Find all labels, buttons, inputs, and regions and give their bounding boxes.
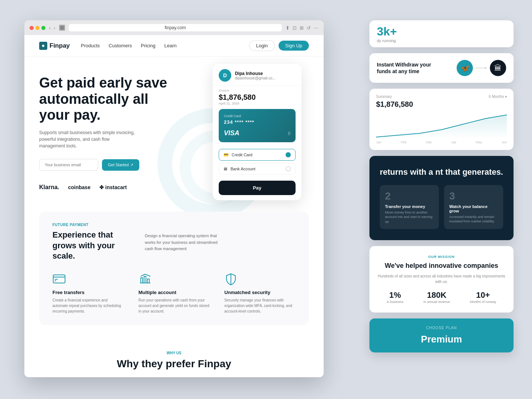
hero-left: Get paid early save automatically all yo… [39,75,180,197]
stats-badge: 3k+ dy running [369,20,514,47]
feature-1-name: Free transfers [52,290,124,295]
invoice-label: Invoice [219,89,296,92]
step-3-title: Watch your balance grow [449,204,498,213]
browser-toolbar: ‹ › finpay.com ⬆ ⊡ ⊞ ↺ ⋯ [24,20,324,35]
returns-title: returns with a nt that generates. [380,167,503,178]
chart-label-feb: Feb [401,140,407,144]
premium-card[interactable]: CHOOSE PLAN Premium [369,318,514,352]
cc-bottom: VISA )) [224,129,290,137]
brand-klarna: Klarna. [39,184,59,191]
transfer-icon [52,273,66,286]
pay-button[interactable]: Pay [219,181,296,195]
payment-card-ui: D Dipa Inhouse dipainhouse@gmail.co... I… [213,64,301,200]
brand-coinbase: coinbase [68,184,91,190]
features-right: Design a financial operating system that… [145,230,226,262]
instant-withdraw-card: Instant Withdraw your funds at any time … [369,53,514,83]
premium-label: Premium [377,334,506,345]
browser-page-icon [59,25,65,31]
features-desc: Design a financial operating system that… [145,230,226,252]
svg-rect-7 [144,276,146,283]
mission-stat-1: 180K In annual revenue [423,290,450,304]
chart-label-mar: Mar [426,140,432,144]
stats-label: dy running [377,38,506,43]
login-button[interactable]: Login [249,40,275,51]
bank-icon: 🏛 [224,167,228,171]
browser-dot-yellow[interactable] [35,26,40,30]
step-2-title: Transfer your money [385,204,434,209]
chart-label-jan: Jan [376,140,382,144]
logo-icon [39,42,47,50]
chart-label-may: May [476,140,482,144]
step-3-desc: Accessed instantly and remain insulated … [449,215,498,224]
browser-dot-green[interactable] [41,26,45,30]
signup-button[interactable]: Sign Up [279,41,309,51]
summary-period[interactable]: 6 Months ▾ [489,95,507,99]
mission-stat-2: 10+ Months of runway [470,290,496,304]
new-tab-icon[interactable]: ⊞ [300,25,304,31]
hero-section: Get paid early save automatically all yo… [24,57,324,212]
right-panel: 3k+ dy running Instant Withdraw your fun… [369,20,514,352]
nav-links: Products Customers Pricing Learn [81,43,249,48]
payment-option-bank[interactable]: 🏛 Bank Account [219,163,296,175]
features-label: FUTURE PAYMENT [52,223,296,227]
brand-instacart: ✤ instacart [99,184,127,190]
stat-label-2: Months of runway [470,300,496,304]
mission-stats: 1% in business 180K In annual revenue 10… [377,290,506,304]
website-content: Finpay Products Customers Pricing Learn … [24,35,324,377]
features-grid: Free transfers Create a financial experi… [52,273,296,314]
invoice-date: April 21, 2024 [219,102,296,105]
features-section: FUTURE PAYMENT Experience that grows wit… [39,212,309,325]
summary-label: Summary [376,95,392,99]
feature-multiple-account: Multiple account Run your operations wit… [139,273,210,314]
instant-title: Instant Withdraw your funds at any time [377,61,436,75]
nav-link-pricing[interactable]: Pricing [141,43,156,48]
radio-bank[interactable] [286,166,291,171]
feature-free-transfers: Free transfers Create a financial experi… [52,273,124,314]
browser-dot-red[interactable] [30,26,34,30]
feature-2-name: Multiple account [139,290,210,295]
browser-forward[interactable]: › [54,25,55,31]
step-3-card: 3 Watch your balance grow Accessed insta… [444,185,503,229]
payment-method: 💳 Credit Card 🏛 Bank Account [213,147,301,179]
credit-card-visual: Credit Card 234 **** **** VISA )) [219,109,296,142]
mission-label: OUR MISSION [377,255,506,259]
mission-title: We've helped innovative companies [377,262,506,270]
step-2-card: 2 Transfer your money Move money from to… [380,185,439,229]
nav-logo[interactable]: Finpay [39,42,70,50]
cc-label: Credit Card [224,114,290,118]
browser-window: ‹ › finpay.com ⬆ ⊡ ⊞ ↺ ⋯ Finpay [24,20,324,377]
summary-header: Summary 6 Months ▾ [376,95,507,99]
why-label: WHY US [39,351,309,355]
instant-card-text: Instant Withdraw your funds at any time [377,61,436,75]
stats-number: 3k+ [377,25,506,38]
shield-feature-icon [224,273,238,286]
logo-text: Finpay [50,42,70,50]
browser-back[interactable]: ‹ [49,25,51,31]
chart-label-apr: Apr [451,140,456,144]
address-bar[interactable]: finpay.com [69,24,282,31]
summary-chart-card: Summary 6 Months ▾ $1,876,580 Jan Feb Ma… [369,89,514,150]
step-2-desc: Move money from to another account into … [385,210,434,224]
bookmark-icon[interactable]: ⊡ [293,25,297,31]
nav-link-customers[interactable]: Customers [109,43,132,48]
share-icon[interactable]: ⬆ [286,25,290,31]
feature-3-name: Unmatched security [224,290,296,295]
svg-rect-0 [60,26,64,30]
get-started-button[interactable]: Get Started ↗ [102,159,139,171]
transfer-icons: 🦋 🏛 [457,60,506,76]
more-icon[interactable]: ⋯ [314,25,318,31]
nav-link-products[interactable]: Products [81,43,100,48]
radio-credit[interactable] [286,152,291,157]
card-header: D Dipa Inhouse dipainhouse@gmail.co... [213,64,301,86]
refresh-icon[interactable]: ↺ [307,25,311,31]
transfer-line [476,68,487,68]
why-section: WHY US Why they prefer Finpay [24,332,324,377]
payment-option-credit[interactable]: 💳 Credit Card [219,149,296,161]
invoice-amount: $1,876,580 [219,93,296,102]
hero-cta: Get Started ↗ [39,159,180,171]
card-user-info: Dipa Inhouse dipainhouse@gmail.co... [235,71,296,80]
nav-link-learn[interactable]: Learn [164,43,177,48]
feature-2-desc: Run your operations with cash from your … [139,297,210,314]
email-input[interactable] [39,159,98,171]
chart-container [376,113,507,139]
